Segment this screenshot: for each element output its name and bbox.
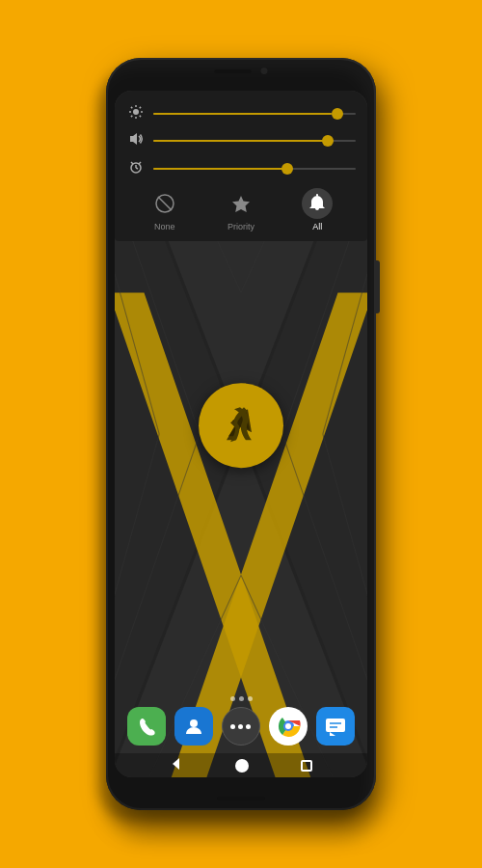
logo-icon xyxy=(215,399,267,451)
svg-line-37 xyxy=(139,162,141,164)
app-icon-contacts[interactable] xyxy=(174,707,213,746)
background: None Priority xyxy=(0,0,482,868)
phone-screen: None Priority xyxy=(115,91,367,777)
priority-label: Priority xyxy=(228,222,254,231)
priority-icon xyxy=(226,188,256,219)
svg-line-29 xyxy=(140,116,141,117)
notif-mode-priority[interactable]: Priority xyxy=(202,188,279,231)
svg-line-39 xyxy=(158,197,172,210)
none-label: None xyxy=(154,222,175,231)
svg-marker-40 xyxy=(232,196,250,212)
svg-line-35 xyxy=(136,168,138,169)
phone-shell: None Priority xyxy=(106,58,376,810)
phone-top-bar xyxy=(215,68,268,74)
speaker-grille xyxy=(215,69,252,73)
svg-line-30 xyxy=(131,116,132,117)
svg-point-23 xyxy=(133,109,139,115)
side-volume-button[interactable] xyxy=(375,260,380,313)
all-label: All xyxy=(312,222,322,231)
svg-rect-47 xyxy=(326,719,345,732)
brightness-icon xyxy=(126,104,146,122)
volume-icon xyxy=(126,131,146,150)
notification-modes: None Priority xyxy=(126,188,356,231)
alarm-icon xyxy=(126,159,146,178)
svg-marker-32 xyxy=(130,133,137,145)
page-dots xyxy=(115,696,367,701)
page-dot-1 xyxy=(230,696,235,701)
svg-line-36 xyxy=(131,162,133,164)
svg-rect-41 xyxy=(316,194,318,197)
app-icon-drawer[interactable] xyxy=(222,707,260,746)
dock-icons-row xyxy=(115,707,367,746)
quick-settings-panel: None Priority xyxy=(115,91,367,241)
alarm-thumb[interactable] xyxy=(281,163,293,175)
page-dot-3 xyxy=(248,696,253,701)
volume-track[interactable] xyxy=(153,140,356,142)
alarm-slider-row[interactable] xyxy=(126,159,356,178)
app-logo xyxy=(199,383,283,468)
all-icon xyxy=(302,188,333,219)
volume-fill xyxy=(153,140,323,142)
camera-dot xyxy=(261,68,268,74)
alarm-track[interactable] xyxy=(153,168,356,170)
notif-mode-all[interactable]: All xyxy=(280,188,356,231)
svg-marker-51 xyxy=(173,758,179,770)
page-dot-2 xyxy=(239,696,244,701)
phone-bottom-chin xyxy=(217,797,265,800)
alarm-fill xyxy=(153,168,287,170)
nav-home-button[interactable] xyxy=(235,759,249,773)
brightness-slider-row[interactable] xyxy=(126,104,356,122)
svg-point-42 xyxy=(190,719,198,727)
app-icon-messages[interactable] xyxy=(316,707,355,746)
volume-thumb[interactable] xyxy=(322,135,334,147)
brightness-thumb[interactable] xyxy=(332,108,343,120)
brightness-fill xyxy=(153,113,332,115)
notif-mode-none[interactable]: None xyxy=(126,188,202,231)
nav-bar xyxy=(115,753,367,777)
none-icon xyxy=(149,188,180,219)
volume-slider-row[interactable] xyxy=(126,131,356,150)
bottom-dock xyxy=(115,696,367,777)
app-icon-phone[interactable] xyxy=(127,707,166,746)
brightness-track[interactable] xyxy=(153,113,356,115)
svg-point-46 xyxy=(285,723,291,729)
nav-recent-button[interactable] xyxy=(301,760,312,772)
svg-line-28 xyxy=(131,107,132,108)
svg-line-31 xyxy=(140,107,141,108)
svg-marker-48 xyxy=(330,732,335,736)
app-icon-chrome[interactable] xyxy=(269,707,308,746)
nav-back-button[interactable] xyxy=(170,757,183,773)
